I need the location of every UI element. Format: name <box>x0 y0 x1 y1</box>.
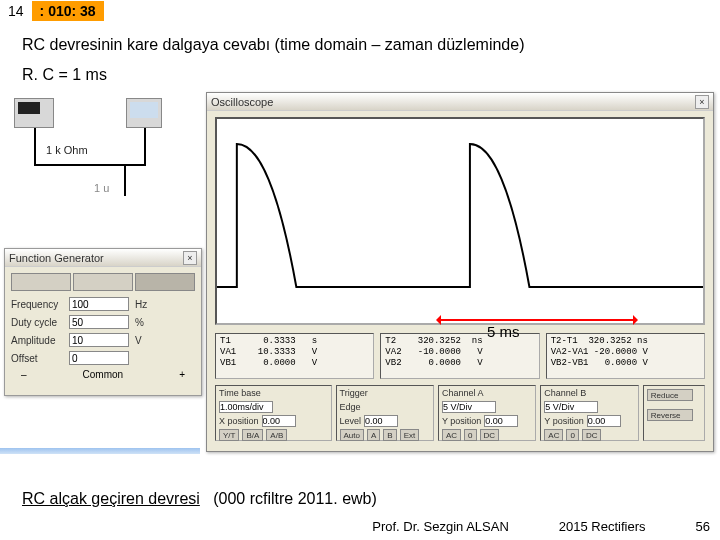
xpos-label: X position <box>219 416 259 426</box>
reverse-button[interactable]: Reverse <box>647 409 693 421</box>
oscilloscope-window: Oscilloscope × 5 ms T1 0.3333 s VA1 10.3… <box>206 92 714 452</box>
chA-zero[interactable]: 0 <box>464 429 476 441</box>
chB-ypos-label: Y position <box>544 416 583 426</box>
edge-label: Edge <box>340 402 361 412</box>
chA-dc[interactable]: DC <box>480 429 500 441</box>
rc-link[interactable]: RC alçak geçiren devresi <box>22 490 200 507</box>
readout-t1: T1 0.3333 s VA1 10.3333 V VB1 0.0000 V <box>215 333 374 379</box>
freq-input[interactable] <box>69 297 129 311</box>
chB-ypos[interactable] <box>587 415 621 427</box>
rc-file: (000 rcfiltre 2011. ewb) <box>213 490 377 507</box>
bottom-link-row: RC alçak geçiren devresi (000 rcfiltre 2… <box>22 490 377 508</box>
readout-delta: T2-T1 320.3252 ns VA2-VA1 -20.0000 V VB2… <box>546 333 705 379</box>
amp-unit: V <box>135 335 165 346</box>
yt-button[interactable]: Y/T <box>219 429 239 441</box>
channel-b-panel: Channel B Y position AC0DC <box>540 385 638 441</box>
fgen-title: Function Generator <box>9 252 104 264</box>
footer-page: 56 <box>696 519 710 534</box>
trigger-title: Trigger <box>340 388 430 398</box>
osc-readouts: T1 0.3333 s VA1 10.3333 V VB1 0.0000 V T… <box>215 333 705 379</box>
duty-unit: % <box>135 317 165 328</box>
duty-label: Duty cycle <box>11 317 69 328</box>
duty-input[interactable] <box>69 315 129 329</box>
close-icon[interactable]: × <box>183 251 197 265</box>
reduce-button[interactable]: Reduce <box>647 389 693 401</box>
chA-title: Channel A <box>442 388 532 398</box>
divider-bar <box>0 448 200 454</box>
trigB-button[interactable]: B <box>383 429 396 441</box>
level-input[interactable] <box>364 415 398 427</box>
trigger-panel: Trigger Edge Level AutoABExt <box>336 385 434 441</box>
freq-label: Frequency <box>11 299 69 310</box>
capacitor-label: 1 u <box>94 182 109 194</box>
fgen-plus: + <box>179 369 185 380</box>
osc-title: Oscilloscope <box>211 96 273 108</box>
chA-scale[interactable] <box>442 401 496 413</box>
offset-label: Offset <box>11 353 69 364</box>
chA-ypos[interactable] <box>484 415 518 427</box>
rc-constant: R. C = 1 ms <box>22 66 107 84</box>
chB-scale[interactable] <box>544 401 598 413</box>
fgen-minus: – <box>21 369 27 380</box>
ab-button[interactable]: A/B <box>266 429 287 441</box>
circuit-diagram: 1 k Ohm 1 u <box>8 98 198 238</box>
ba-button[interactable]: B/A <box>242 429 263 441</box>
close-icon[interactable]: × <box>695 95 709 109</box>
timebase-scale[interactable] <box>219 401 273 413</box>
footer-author: Prof. Dr. Sezgin ALSAN <box>372 519 509 534</box>
level-label: Level <box>340 416 362 426</box>
page-title: RC devresinin kare dalgaya cevabı (time … <box>22 36 524 54</box>
side-panel: Reduce Reverse <box>643 385 705 441</box>
five-ms-label: 5 ms <box>487 323 520 340</box>
amp-input[interactable] <box>69 333 129 347</box>
trigA-button[interactable]: A <box>367 429 380 441</box>
resistor-label: 1 k Ohm <box>46 144 88 156</box>
amp-label: Amplitude <box>11 335 69 346</box>
chA-ypos-label: Y position <box>442 416 481 426</box>
chA-ac[interactable]: AC <box>442 429 461 441</box>
ext-button[interactable]: Ext <box>400 429 420 441</box>
time-span-arrow <box>437 319 637 321</box>
wave-square-button[interactable] <box>135 273 195 291</box>
timebase-panel: Time base X position Y/TB/AA/B <box>215 385 332 441</box>
osc-screen: 5 ms <box>215 117 705 325</box>
footer-course: 2015 Rectifiers <box>559 519 646 534</box>
freq-unit: Hz <box>135 299 165 310</box>
chB-dc[interactable]: DC <box>582 429 602 441</box>
chB-ac[interactable]: AC <box>544 429 563 441</box>
slide-num: 14 <box>0 1 32 21</box>
multimeter-icon <box>14 98 54 128</box>
wave-tri-button[interactable] <box>73 273 133 291</box>
slide-time: : 010: 38 <box>32 1 104 21</box>
timebase-title: Time base <box>219 388 328 398</box>
channel-a-panel: Channel A Y position AC0DC <box>438 385 536 441</box>
function-generator-window: Function Generator × FrequencyHz Duty cy… <box>4 248 202 396</box>
offset-input[interactable] <box>69 351 129 365</box>
chB-zero[interactable]: 0 <box>566 429 578 441</box>
scope-mini-icon <box>126 98 162 128</box>
fgen-common: Common <box>83 369 124 380</box>
xpos-input[interactable] <box>262 415 296 427</box>
chB-title: Channel B <box>544 388 634 398</box>
auto-button[interactable]: Auto <box>340 429 364 441</box>
wave-sine-button[interactable] <box>11 273 71 291</box>
